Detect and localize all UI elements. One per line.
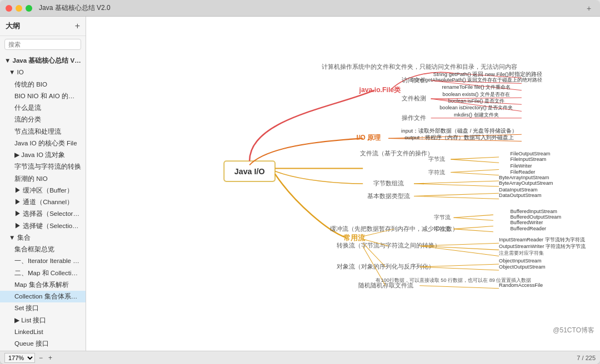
svg-text:FileInputStream: FileInputStream [511,156,547,162]
svg-text:文件流（基于文件的操作）: 文件流（基于文件的操作） [360,150,433,156]
svg-text:转换流（字节流与字符流之间的转换）: 转换流（字节流与字符流之间的转换） [337,242,441,249]
svg-text:字节流: 字节流 [434,214,451,220]
tree-item-10[interactable]: 新潮的 NIO [0,173,86,185]
tree-item-18[interactable]: 二、Map 和 Collection... [0,267,86,279]
sidebar-header: 大纲 + [0,17,86,36]
svg-text:BufferedOutputStream: BufferedOutputStream [511,214,562,220]
zoom-area: 177% 100% 150% 200% − + [4,353,54,363]
svg-text:RandomAccessFile: RandomAccessFile [499,282,543,288]
tree-item-14[interactable]: ▶ 选择键（SelectionKey） [0,220,86,232]
svg-text:output：将程序（内存）数据写入到外磁盘上: output：将程序（内存）数据写入到外磁盘上 [404,134,514,140]
app-window: Java 基础核心总结 V2.0 + 大纲 + ▼ Java 基础核心总结 V2… [0,0,600,364]
maximize-button[interactable] [26,5,32,12]
svg-text:DataInputStream: DataInputStream [499,187,538,193]
svg-text:ObjectInputStream: ObjectInputStream [499,258,542,264]
svg-text:ByteArrayOutputStream: ByteArrayOutputStream [499,180,553,186]
tree-item-12[interactable]: ▶ 通道（Channel） [0,196,86,208]
tree-item-9[interactable]: 字节流与字符流的转换 [0,161,86,173]
status-bar: 177% 100% 150% 200% − + 7 / 225 [0,351,600,364]
tree-item-15[interactable]: ▼ 集合 [0,232,86,244]
tree-item-16[interactable]: 集合框架总览 [0,244,86,255]
page-info: 7 / 225 [577,355,596,361]
current-page: 7 [577,355,580,361]
svg-text:Java I/O: Java I/O [234,167,265,176]
svg-text:BufferedWriter: BufferedWriter [511,220,543,225]
tree-item-11[interactable]: ▶ 缓冲区（Buffer） [0,185,86,196]
svg-text:FileOutputStream: FileOutputStream [511,151,551,156]
new-tab-button[interactable]: + [583,3,594,14]
svg-text:字符流: 字符流 [428,169,445,175]
mindmap-container[interactable]: Java I/O java.io.File类 计算机操作系统中的文件和文件夹，只… [86,17,600,351]
close-button[interactable] [6,5,12,12]
main-area: 大纲 + ▼ Java 基础核心总结 V2.0▼ IO传统的 BIOBIO NI… [0,17,600,351]
tree-item-19[interactable]: Map 集合体系解析 [0,279,86,291]
zoom-plus-button[interactable]: + [47,354,54,362]
tree-item-22[interactable]: ▶ List 接口 [0,315,86,326]
search-input[interactable] [4,39,81,50]
tree-item-13[interactable]: ▶ 选择器（Selectors） [0,208,86,220]
tree-item-23[interactable]: LinkedList [0,326,86,338]
svg-text:String getPath() 返回 new File(): String getPath() 返回 new File()时指定的路径 [433,71,542,77]
tree-item-20[interactable]: Collection 集合体系详解 [0,291,86,302]
watermark: @51CTO博客 [553,326,594,335]
svg-text:BufferedInputStream: BufferedInputStream [511,209,558,214]
tree-item-1[interactable]: ▼ IO [0,67,86,78]
tree-item-7[interactable]: Java IO 的核心类 File [0,138,86,149]
svg-text:计算机操作系统中的文件和文件夹，只能访问文件和目录，无法访问: 计算机操作系统中的文件和文件夹，只能访问文件和目录，无法访问内容 [322,63,517,70]
svg-text:OutputStreamWriter 字符流转为字节流: OutputStreamWriter 字符流转为字节流 [499,244,586,249]
svg-text:基本数据类型流: 基本数据类型流 [367,193,410,199]
tree-item-8[interactable]: ▶ Java IO 流对象 [0,149,86,161]
svg-text:常用流: 常用流 [343,234,366,242]
svg-text:boolean isDirectory() 是否文件夹: boolean isDirectory() 是否文件夹 [439,105,513,110]
minimize-button[interactable] [16,5,22,12]
tree-item-24[interactable]: Queue 接口 [0,338,86,350]
window-title: Java 基础核心总结 V2.0 [39,3,580,13]
svg-text:InputStreamReader 字节流转为字符流: InputStreamReader 字节流转为字符流 [499,237,585,242]
svg-text:字节流: 字节流 [428,156,445,162]
svg-text:文件检测: 文件检测 [402,95,426,102]
sidebar-add-button[interactable]: + [75,22,80,31]
svg-text:操作文件: 操作文件 [402,114,426,121]
svg-text:字节数组流: 字节数组流 [373,180,404,186]
svg-text:DataOutputStream: DataOutputStream [499,193,542,198]
svg-text:I/O 原理: I/O 原理 [357,134,382,141]
sidebar-tree: ▼ Java 基础核心总结 V2.0▼ IO传统的 BIOBIO NIO 和 A… [0,53,86,351]
svg-text:ObjectOutputStream: ObjectOutputStream [499,264,546,270]
sidebar: 大纲 + ▼ Java 基础核心总结 V2.0▼ IO传统的 BIOBIO NI… [0,17,86,351]
zoom-select[interactable]: 177% 100% 150% 200% [4,353,35,363]
svg-text:FileWriter: FileWriter [511,163,532,169]
content-area: Java I/O java.io.File类 计算机操作系统中的文件和文件夹，只… [86,17,600,351]
svg-text:renameToFile file() 文件重命名: renameToFile file() 文件重命名 [442,84,511,90]
svg-text:ByteArrayInputStream: ByteArrayInputStream [499,175,549,180]
tree-item-3[interactable]: BIO NIO 和 AIO 的区别 [0,90,86,102]
svg-text:对象流（对象的序列化与反序列化）: 对象流（对象的序列化与反序列化） [337,263,434,270]
svg-text:String getAbsolutePath() 返回文件存: String getAbsolutePath() 返回文件存在于磁盘上的绝对路径 [411,77,542,83]
mindmap-svg: Java I/O java.io.File类 计算机操作系统中的文件和文件夹，只… [86,17,600,351]
tree-item-6[interactable]: 节点流和处理流 [0,126,86,138]
tree-item-21[interactable]: Set 接口 [0,302,86,314]
svg-text:mkdirs() 创建文件夹: mkdirs() 创建文件夹 [454,112,499,118]
tree-item-4[interactable]: 什么是流 [0,102,86,114]
svg-text:字符流: 字符流 [434,226,451,232]
tree-item-17[interactable]: 一、Iterator Iterable Lis... [0,255,86,267]
tree-item-2[interactable]: 传统的 BIO [0,79,86,90]
svg-text:input：读取外部数据（磁盘 / 光盘等持储设备）: input：读取外部数据（磁盘 / 光盘等持储设备） [401,128,517,134]
sidebar-title: 大纲 [6,21,20,31]
svg-text:java.io.File类: java.io.File类 [359,86,402,94]
svg-text:注意需要对应字符集: 注意需要对应字符集 [499,250,544,256]
svg-text:boolean exists() 文件是否存在: boolean exists() 文件是否存在 [443,92,510,97]
tree-item-0[interactable]: ▼ Java 基础核心总结 V2.0 [0,55,86,67]
total-pages: 225 [586,355,596,361]
zoom-minus-button[interactable]: − [37,354,44,362]
tree-item-5[interactable]: 流的分类 [0,114,86,125]
svg-text:BufferedReader: BufferedReader [511,226,547,231]
svg-text:boolean isFile() 是否文件: boolean isFile() 是否文件 [448,98,504,104]
sidebar-search-area [0,36,86,53]
svg-text:FileReader: FileReader [511,169,536,175]
title-bar: Java 基础核心总结 V2.0 + [0,0,600,17]
